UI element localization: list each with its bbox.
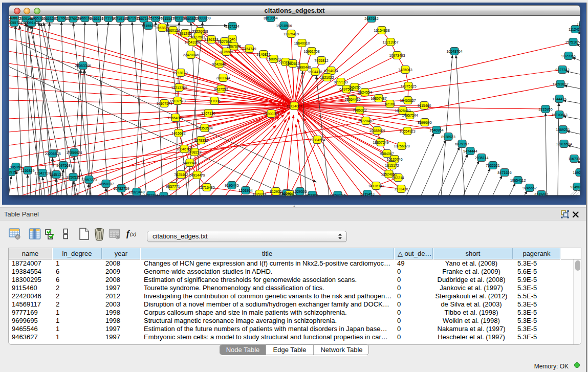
svg-text:9657771: 9657771 bbox=[166, 185, 180, 188]
svg-text:8939159: 8939159 bbox=[9, 170, 18, 174]
svg-text:1562615: 1562615 bbox=[286, 62, 299, 65]
svg-text:25300293: 25300293 bbox=[263, 112, 279, 116]
svg-text:14055724: 14055724 bbox=[9, 21, 23, 25]
svg-text:9195446: 9195446 bbox=[157, 194, 170, 196]
svg-text:9195445: 9195445 bbox=[225, 184, 238, 187]
svg-text:7515526: 7515526 bbox=[141, 24, 155, 28]
svg-text:1250515: 1250515 bbox=[66, 176, 80, 179]
svg-text:20053346: 20053346 bbox=[75, 64, 91, 68]
svg-text:952306: 952306 bbox=[306, 193, 318, 196]
svg-text:6794024: 6794024 bbox=[324, 69, 338, 73]
svg-text:9498222: 9498222 bbox=[187, 150, 201, 154]
svg-text:985061: 985061 bbox=[10, 165, 21, 169]
svg-text:9329966: 9329966 bbox=[561, 54, 575, 58]
svg-text:3215955: 3215955 bbox=[538, 107, 552, 111]
svg-text:18807249: 18807249 bbox=[373, 141, 388, 144]
svg-text:116733: 116733 bbox=[569, 157, 580, 161]
svg-text:1112954: 1112954 bbox=[577, 23, 580, 27]
svg-text:546: 546 bbox=[229, 37, 235, 41]
svg-text:1145131: 1145131 bbox=[50, 173, 63, 177]
svg-text:2718170: 2718170 bbox=[173, 71, 187, 75]
svg-text:1156829: 1156829 bbox=[21, 169, 35, 172]
svg-text:1569231: 1569231 bbox=[556, 128, 570, 132]
svg-text:12975125: 12975125 bbox=[400, 84, 416, 88]
svg-text:14136141: 14136141 bbox=[368, 184, 384, 188]
svg-text:10973493: 10973493 bbox=[389, 54, 405, 57]
svg-text:8813054: 8813054 bbox=[264, 16, 277, 20]
svg-text:891295: 891295 bbox=[179, 32, 191, 35]
svg-text:16120746: 16120746 bbox=[386, 158, 402, 161]
svg-text:10033809: 10033809 bbox=[194, 16, 210, 20]
svg-text:10782759: 10782759 bbox=[113, 187, 129, 190]
svg-text:1640954: 1640954 bbox=[429, 128, 443, 132]
svg-text:7625402: 7625402 bbox=[174, 173, 188, 177]
svg-text:1692451: 1692451 bbox=[573, 171, 580, 174]
svg-text:1282344: 1282344 bbox=[144, 193, 158, 196]
svg-text:16154838: 16154838 bbox=[374, 29, 389, 32]
svg-text:2687682: 2687682 bbox=[364, 17, 378, 20]
svg-text:17957223: 17957223 bbox=[81, 178, 97, 182]
svg-text:9115460: 9115460 bbox=[418, 104, 431, 107]
svg-text:7986322: 7986322 bbox=[353, 108, 366, 112]
svg-text:10958107: 10958107 bbox=[98, 182, 114, 186]
svg-text:12353594: 12353594 bbox=[197, 126, 212, 130]
svg-text:18724007: 18724007 bbox=[286, 104, 302, 108]
svg-text:12342737: 12342737 bbox=[34, 171, 50, 175]
svg-text:8938923: 8938923 bbox=[441, 135, 455, 139]
svg-text:(x): (x) bbox=[130, 231, 137, 237]
svg-text:1112431: 1112431 bbox=[569, 28, 580, 31]
svg-text:19654982: 19654982 bbox=[167, 116, 183, 120]
svg-text:12213369: 12213369 bbox=[171, 86, 187, 90]
svg-text:19463627: 19463627 bbox=[400, 99, 416, 102]
svg-text:10756928: 10756928 bbox=[394, 144, 409, 148]
svg-text:10654923: 10654923 bbox=[399, 129, 415, 133]
svg-text:8699695: 8699695 bbox=[418, 121, 431, 124]
svg-text:2935114: 2935114 bbox=[475, 156, 489, 160]
svg-text:22420046: 22420046 bbox=[183, 53, 199, 57]
svg-text:20091406: 20091406 bbox=[24, 21, 39, 25]
svg-text:23226058: 23226058 bbox=[192, 30, 208, 33]
svg-text:7485063: 7485063 bbox=[398, 68, 412, 72]
svg-text:1733426: 1733426 bbox=[394, 187, 408, 191]
svg-text:3875685: 3875685 bbox=[219, 50, 233, 54]
svg-text:15720407: 15720407 bbox=[358, 119, 374, 123]
svg-text:6409948: 6409948 bbox=[183, 161, 197, 165]
svg-text:16640910: 16640910 bbox=[294, 41, 310, 45]
svg-text:812930: 812930 bbox=[270, 190, 281, 193]
svg-text:7632621: 7632621 bbox=[486, 164, 499, 167]
svg-text:12213967: 12213967 bbox=[382, 40, 398, 44]
svg-text:16210643: 16210643 bbox=[551, 113, 567, 117]
svg-text:917006: 917006 bbox=[208, 99, 220, 103]
svg-text:8471626: 8471626 bbox=[497, 171, 511, 174]
svg-text:9097568: 9097568 bbox=[56, 164, 70, 167]
svg-text:3624554: 3624554 bbox=[358, 91, 372, 94]
svg-text:10807487: 10807487 bbox=[371, 97, 386, 100]
svg-text:14957544: 14957544 bbox=[402, 114, 418, 117]
svg-text:19218506: 19218506 bbox=[276, 24, 292, 28]
svg-text:9273645: 9273645 bbox=[282, 193, 296, 196]
svg-text:62160: 62160 bbox=[385, 102, 395, 106]
svg-text:2867608: 2867608 bbox=[227, 45, 241, 48]
svg-text:9327503: 9327503 bbox=[191, 35, 205, 39]
svg-text:10025453: 10025453 bbox=[395, 109, 410, 113]
svg-text:9427552: 9427552 bbox=[214, 87, 228, 91]
svg-text:10654112: 10654112 bbox=[510, 179, 526, 182]
svg-text:8186328: 8186328 bbox=[204, 38, 218, 41]
svg-text:10293746: 10293746 bbox=[330, 193, 345, 196]
svg-text:252214: 252214 bbox=[392, 176, 404, 180]
svg-text:12093872: 12093872 bbox=[552, 82, 568, 86]
svg-text:21364436: 21364436 bbox=[344, 98, 360, 101]
svg-text:1621022: 1621022 bbox=[320, 76, 334, 79]
svg-text:13716485: 13716485 bbox=[199, 186, 214, 189]
svg-text:20206578: 20206578 bbox=[45, 152, 60, 156]
svg-text:1203954: 1203954 bbox=[238, 189, 252, 192]
svg-text:3357224: 3357224 bbox=[225, 25, 239, 28]
svg-text:9242848: 9242848 bbox=[212, 62, 226, 66]
svg-text:11325419: 11325419 bbox=[284, 32, 299, 36]
svg-text:13524851: 13524851 bbox=[381, 172, 397, 176]
svg-text:9146821: 9146821 bbox=[256, 53, 270, 56]
svg-text:9384067: 9384067 bbox=[380, 152, 394, 156]
svg-text:6990448: 6990448 bbox=[297, 65, 311, 69]
svg-text:1916682: 1916682 bbox=[171, 132, 185, 135]
svg-text:9227342: 9227342 bbox=[555, 68, 569, 72]
